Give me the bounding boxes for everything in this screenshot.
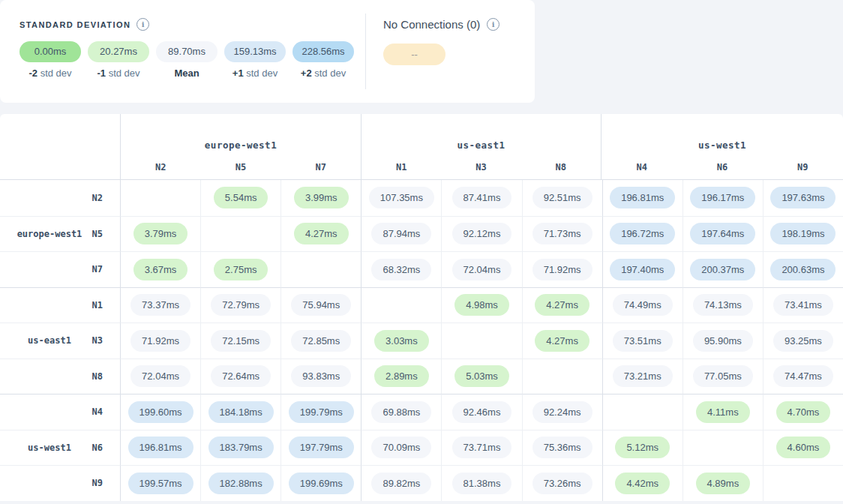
latency-value-pill[interactable]: 73.41ms — [773, 294, 833, 316]
latency-value-pill[interactable]: 73.21ms — [613, 365, 673, 387]
latency-cell[interactable]: 199.69ms — [280, 465, 361, 501]
latency-value-pill[interactable]: 4.27ms — [535, 294, 590, 316]
latency-cell[interactable]: 183.79ms — [200, 430, 280, 466]
latency-cell[interactable]: 197.64ms — [682, 216, 763, 252]
latency-cell[interactable]: 73.26ms — [522, 465, 602, 501]
latency-cell[interactable]: 199.57ms — [120, 465, 200, 501]
latency-value-pill[interactable]: 92.51ms — [532, 187, 592, 208]
latency-cell[interactable]: 196.72ms — [602, 216, 682, 252]
latency-cell[interactable]: 74.49ms — [602, 287, 682, 323]
latency-cell[interactable]: 196.81ms — [602, 180, 682, 216]
latency-value-pill[interactable]: 93.83ms — [291, 365, 351, 387]
row-region-label[interactable]: us-east1 — [0, 323, 99, 358]
latency-value-pill[interactable]: 199.79ms — [289, 401, 354, 423]
row-node-label[interactable]: N1 — [92, 288, 103, 323]
latency-cell[interactable]: 4.89ms — [682, 465, 763, 501]
latency-value-pill[interactable]: 73.71ms — [452, 436, 512, 458]
column-node-label[interactable]: N5 — [201, 162, 281, 172]
latency-cell[interactable]: 75.94ms — [280, 287, 361, 323]
latency-value-pill[interactable]: 4.42ms — [615, 472, 670, 494]
latency-value-pill[interactable]: 4.11ms — [696, 401, 750, 423]
latency-value-pill[interactable]: 184.18ms — [208, 401, 274, 423]
column-region-label[interactable]: europe-west1 — [121, 140, 361, 151]
latency-cell[interactable]: 70.09ms — [361, 430, 441, 466]
latency-cell[interactable]: 197.63ms — [763, 180, 843, 216]
latency-value-pill[interactable]: 73.37ms — [130, 294, 190, 316]
row-node-label[interactable]: N7 — [92, 252, 103, 287]
row-node-label[interactable]: N3 — [92, 323, 103, 358]
latency-value-pill[interactable]: 93.25ms — [773, 330, 833, 352]
latency-value-pill[interactable]: 71.92ms — [532, 259, 592, 280]
latency-cell[interactable]: 182.88ms — [200, 465, 280, 501]
latency-cell[interactable]: 4.27ms — [280, 216, 361, 252]
column-region-label[interactable]: us-west1 — [602, 140, 843, 151]
latency-value-pill[interactable]: 3.99ms — [294, 187, 349, 208]
latency-value-pill[interactable]: 81.38ms — [452, 472, 512, 494]
latency-cell[interactable]: 87.94ms — [361, 216, 441, 252]
latency-cell[interactable]: 2.89ms — [361, 358, 441, 394]
latency-value-pill[interactable]: 68.32ms — [371, 259, 431, 280]
row-node-label[interactable]: N9 — [92, 466, 103, 501]
latency-cell[interactable]: 77.05ms — [682, 358, 763, 394]
latency-value-pill[interactable]: 107.35ms — [369, 187, 434, 208]
latency-cell[interactable]: 89.82ms — [361, 465, 441, 501]
latency-cell[interactable]: 72.04ms — [120, 358, 200, 394]
latency-cell[interactable]: 5.12ms — [602, 430, 682, 466]
latency-cell[interactable]: 4.42ms — [602, 465, 682, 501]
latency-cell[interactable]: 3.03ms — [361, 322, 441, 358]
latency-cell[interactable]: 72.15ms — [200, 322, 280, 358]
latency-cell[interactable]: 200.37ms — [682, 251, 763, 287]
latency-value-pill[interactable]: 196.81ms — [610, 187, 675, 208]
latency-value-pill[interactable]: 199.57ms — [128, 472, 194, 494]
latency-value-pill[interactable]: 197.63ms — [770, 187, 836, 208]
latency-cell[interactable]: 197.79ms — [280, 430, 361, 466]
latency-value-pill[interactable]: 71.92ms — [130, 330, 190, 352]
column-node-label[interactable]: N7 — [280, 162, 361, 172]
latency-cell[interactable]: 72.85ms — [280, 322, 361, 358]
latency-cell[interactable]: 73.41ms — [763, 287, 843, 323]
row-region-label[interactable]: europe-west1 — [0, 217, 99, 252]
latency-cell[interactable]: 69.88ms — [361, 394, 441, 430]
latency-value-pill[interactable]: 87.94ms — [371, 223, 431, 244]
latency-value-pill[interactable]: 4.27ms — [294, 223, 349, 244]
latency-value-pill[interactable]: 2.89ms — [374, 365, 429, 387]
column-node-label[interactable]: N9 — [763, 162, 843, 172]
latency-value-pill[interactable]: 72.04ms — [452, 259, 512, 280]
latency-cell[interactable]: 4.11ms — [682, 394, 763, 430]
latency-cell[interactable]: 72.04ms — [441, 251, 521, 287]
latency-cell[interactable]: 197.40ms — [602, 251, 682, 287]
latency-cell[interactable]: 93.83ms — [280, 358, 361, 394]
latency-value-pill[interactable]: 197.64ms — [690, 223, 755, 244]
latency-value-pill[interactable]: 70.09ms — [371, 436, 431, 458]
latency-cell[interactable]: 81.38ms — [441, 465, 521, 501]
latency-cell[interactable]: 199.60ms — [120, 394, 200, 430]
latency-value-pill[interactable]: 196.72ms — [610, 223, 675, 244]
latency-cell[interactable]: 198.19ms — [763, 216, 843, 252]
column-node-label[interactable]: N2 — [121, 162, 201, 172]
latency-cell[interactable]: 92.51ms — [522, 180, 602, 216]
latency-value-pill[interactable]: 95.90ms — [693, 330, 753, 352]
column-node-label[interactable]: N1 — [362, 162, 441, 172]
latency-cell[interactable]: 107.35ms — [361, 180, 441, 216]
latency-value-pill[interactable]: 4.60ms — [776, 436, 831, 458]
latency-cell[interactable]: 73.21ms — [602, 358, 682, 394]
latency-value-pill[interactable]: 72.85ms — [291, 330, 351, 352]
latency-cell[interactable]: 5.03ms — [441, 358, 521, 394]
latency-cell[interactable]: 74.47ms — [763, 358, 843, 394]
latency-value-pill[interactable]: 75.36ms — [532, 436, 592, 458]
latency-value-pill[interactable]: 72.04ms — [130, 365, 190, 387]
latency-cell[interactable]: 73.71ms — [441, 430, 521, 466]
row-node-label[interactable]: N4 — [92, 394, 103, 430]
latency-value-pill[interactable]: 183.79ms — [208, 436, 274, 458]
latency-cell[interactable]: 72.79ms — [200, 287, 280, 323]
latency-value-pill[interactable]: 92.24ms — [532, 401, 592, 423]
latency-cell[interactable]: 68.32ms — [361, 251, 441, 287]
latency-value-pill[interactable]: 92.46ms — [452, 401, 512, 423]
latency-cell[interactable]: 4.27ms — [522, 287, 602, 323]
latency-value-pill[interactable]: 4.89ms — [696, 472, 751, 494]
latency-cell[interactable]: 93.25ms — [763, 322, 843, 358]
latency-cell[interactable]: 196.81ms — [120, 430, 200, 466]
latency-cell[interactable]: 3.99ms — [280, 180, 361, 216]
latency-cell[interactable]: 74.13ms — [682, 287, 763, 323]
latency-value-pill[interactable]: 182.88ms — [208, 472, 274, 494]
